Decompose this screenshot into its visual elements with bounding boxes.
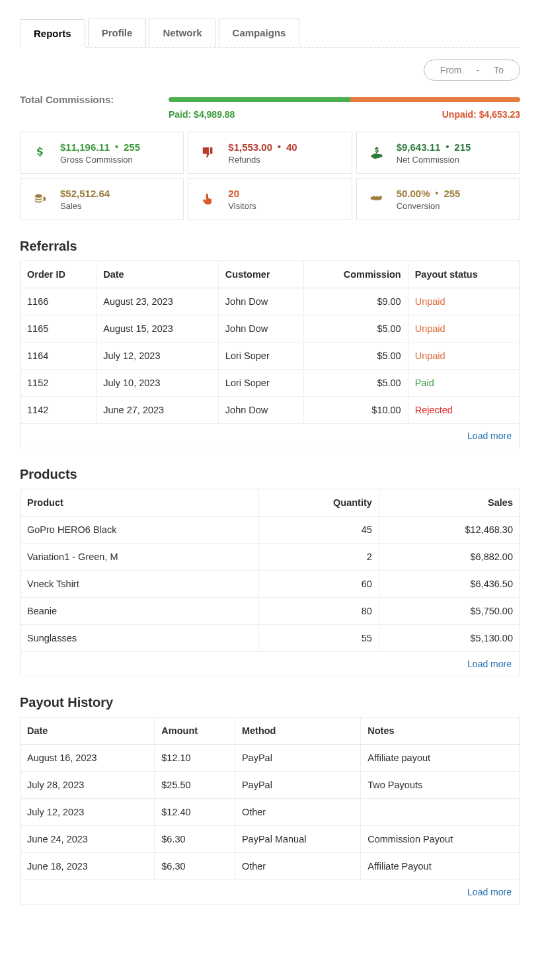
commission-bar xyxy=(169,97,520,102)
table-row[interactable]: GoPro HERO6 Black45$12,468.30 xyxy=(20,516,520,544)
date-range-picker[interactable]: From - To xyxy=(424,60,520,81)
stat-label: Refunds xyxy=(228,155,297,165)
cell-amount: $6.30 xyxy=(155,826,235,853)
table-row[interactable]: August 16, 2023$12.10PayPalAffiliate pay… xyxy=(20,745,520,772)
cell-notes xyxy=(361,799,520,826)
stat-label: Net Commission xyxy=(397,155,471,165)
cell-method: PayPal xyxy=(235,772,360,799)
cell-date: July 12, 2023 xyxy=(96,343,219,370)
cell-date: June 27, 2023 xyxy=(96,397,219,424)
cell-qty: 2 xyxy=(259,544,379,571)
load-more-link[interactable]: Load more xyxy=(20,424,520,448)
table-row[interactable]: July 12, 2023$12.40Other xyxy=(20,799,520,826)
stat-card-gross-commission: $11,196.11 • 255Gross Commission xyxy=(20,132,184,174)
stat-value: $9,643.11 • 215 xyxy=(397,142,471,153)
cell-method: PayPal Manual xyxy=(235,826,360,853)
table-row[interactable]: Sunglasses55$5,130.00 xyxy=(20,625,520,652)
table-row[interactable]: 1164July 12, 2023Lori Soper$5.00Unpaid xyxy=(20,343,520,370)
cell-customer: Lori Soper xyxy=(218,370,303,397)
cell-date: June 18, 2023 xyxy=(20,853,155,880)
coins-icon xyxy=(30,188,51,210)
cell-qty: 55 xyxy=(259,625,379,652)
commission-bar-paid xyxy=(169,97,350,102)
col-header: Customer xyxy=(218,261,303,288)
cell-sales: $12,468.30 xyxy=(379,516,520,544)
tabs: ReportsProfileNetworkCampaigns xyxy=(20,19,520,48)
load-more-link[interactable]: Load more xyxy=(20,880,520,905)
cell-commission: $9.00 xyxy=(304,288,408,315)
col-header: Commission xyxy=(304,261,408,288)
cell-order-id: 1164 xyxy=(20,343,96,370)
stat-card-sales: $52,512.64Sales xyxy=(20,178,184,220)
cell-amount: $6.30 xyxy=(155,853,235,880)
table-row[interactable]: 1152July 10, 2023Lori Soper$5.00Paid xyxy=(20,370,520,397)
payouts-title: Payout History xyxy=(20,695,520,710)
cell-amount: $12.40 xyxy=(155,799,235,826)
table-row[interactable]: July 28, 2023$25.50PayPalTwo Payouts xyxy=(20,772,520,799)
date-sep: - xyxy=(477,65,480,75)
col-header: Date xyxy=(20,717,155,745)
cell-order-id: 1166 xyxy=(20,288,96,315)
cell-commission: $5.00 xyxy=(304,343,408,370)
cell-commission: $5.00 xyxy=(304,370,408,397)
unpaid-amount: Unpaid: $4,653.23 xyxy=(442,109,520,120)
cell-status: Unpaid xyxy=(408,288,520,315)
cell-order-id: 1142 xyxy=(20,397,96,424)
cell-product: GoPro HERO6 Black xyxy=(20,516,259,544)
stat-value: 50.00% • 255 xyxy=(397,188,461,199)
cell-sales: $5,130.00 xyxy=(379,625,520,652)
cell-commission: $5.00 xyxy=(304,315,408,343)
cell-date: July 12, 2023 xyxy=(20,799,155,826)
load-more-link[interactable]: Load more xyxy=(20,652,520,676)
cell-customer: Lori Soper xyxy=(218,343,303,370)
col-header: Amount xyxy=(155,717,235,745)
tab-reports[interactable]: Reports xyxy=(20,19,85,48)
table-row[interactable]: Variation1 - Green, M2$6,882.00 xyxy=(20,544,520,571)
table-row[interactable]: Beanie80$5,750.00 xyxy=(20,598,520,625)
cell-status: Paid xyxy=(408,370,520,397)
commission-bar-unpaid xyxy=(350,97,520,102)
col-header: Notes xyxy=(361,717,520,745)
stat-card-net-commission: $9,643.11 • 215Net Commission xyxy=(356,132,520,174)
cell-date: August 23, 2023 xyxy=(96,288,219,315)
col-header: Order ID xyxy=(20,261,96,288)
cell-product: Variation1 - Green, M xyxy=(20,544,259,571)
table-row[interactable]: Vneck Tshirt60$6,436.50 xyxy=(20,571,520,598)
referrals-table: Order IDDateCustomerCommissionPayout sta… xyxy=(20,261,520,448)
col-header: Method xyxy=(235,717,360,745)
payouts-table: DateAmountMethodNotes August 16, 2023$12… xyxy=(20,717,520,905)
col-header: Product xyxy=(20,489,259,516)
cell-customer: John Dow xyxy=(218,288,303,315)
cell-notes: Affiliate payout xyxy=(361,745,520,772)
cell-notes: Two Payouts xyxy=(361,772,520,799)
stat-value: $11,196.11 • 255 xyxy=(60,142,140,153)
cell-notes: Affiliate Payout xyxy=(361,853,520,880)
cell-sales: $5,750.00 xyxy=(379,598,520,625)
tab-network[interactable]: Network xyxy=(149,19,215,47)
cell-product: Beanie xyxy=(20,598,259,625)
date-to: To xyxy=(494,65,504,75)
tab-campaigns[interactable]: Campaigns xyxy=(219,19,300,47)
tab-profile[interactable]: Profile xyxy=(88,19,147,47)
table-row[interactable]: 1165August 15, 2023John Dow$5.00Unpaid xyxy=(20,315,520,343)
cell-product: Sunglasses xyxy=(20,625,259,652)
cell-status: Unpaid xyxy=(408,315,520,343)
dollar-icon xyxy=(30,142,51,163)
cell-customer: John Dow xyxy=(218,397,303,424)
stat-card-visitors: 20Visitors xyxy=(188,178,352,220)
cell-method: Other xyxy=(235,853,360,880)
cell-product: Vneck Tshirt xyxy=(20,571,259,598)
table-row[interactable]: 1142June 27, 2023John Dow$10.00Rejected xyxy=(20,397,520,424)
cell-status: Rejected xyxy=(408,397,520,424)
table-row[interactable]: 1166August 23, 2023John Dow$9.00Unpaid xyxy=(20,288,520,315)
cell-status: Unpaid xyxy=(408,343,520,370)
cell-sales: $6,882.00 xyxy=(379,544,520,571)
stat-value: $52,512.64 xyxy=(60,188,110,199)
products-title: Products xyxy=(20,467,520,482)
cell-sales: $6,436.50 xyxy=(379,571,520,598)
table-row[interactable]: June 18, 2023$6.30OtherAffiliate Payout xyxy=(20,853,520,880)
table-row[interactable]: June 24, 2023$6.30PayPal ManualCommissio… xyxy=(20,826,520,853)
stat-value: $1,553.00 • 40 xyxy=(228,142,297,153)
cell-date: July 28, 2023 xyxy=(20,772,155,799)
referrals-title: Referrals xyxy=(20,239,520,254)
